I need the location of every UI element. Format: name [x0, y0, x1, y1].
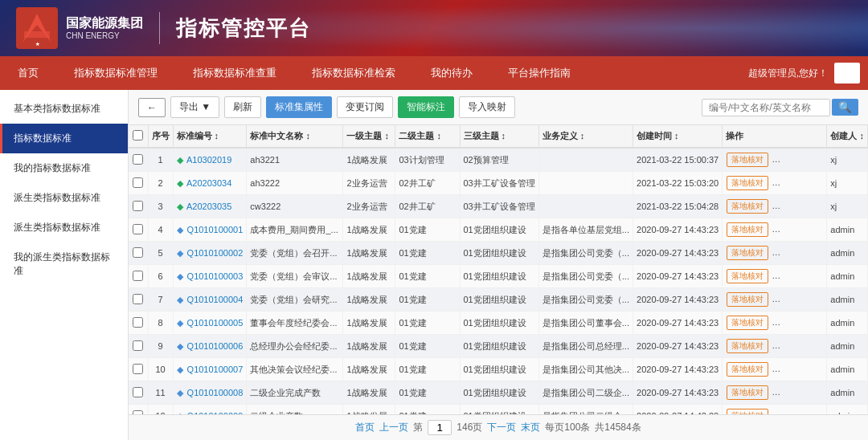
row-checkbox[interactable] — [133, 317, 143, 328]
select-all-checkbox[interactable] — [133, 130, 143, 141]
row-checkbox[interactable] — [133, 177, 143, 188]
op-evaluate[interactable]: 落地评估 — [772, 292, 814, 307]
th-time[interactable]: 创建时间 ↕ — [633, 125, 723, 148]
op-locate[interactable]: 落地核对 — [727, 176, 768, 190]
nav-search[interactable]: 指标数据标准检索 — [294, 56, 413, 90]
row-code-link[interactable]: Q1010100004 — [187, 295, 244, 304]
th-name[interactable]: 标准中文名称 ↕ — [247, 125, 343, 148]
op-locate[interactable]: 落地核对 — [727, 339, 768, 353]
nav-standard-mgmt[interactable]: 指标数据标准管理 — [56, 56, 175, 90]
nav-search-input[interactable] — [834, 63, 860, 84]
row-code-link[interactable]: Q1010100001 — [187, 225, 244, 234]
row-code-link[interactable]: Q1010100007 — [187, 365, 244, 374]
page-first[interactable]: 首页 — [355, 421, 375, 434]
back-button[interactable]: ← — [138, 98, 166, 117]
op-recommend[interactable]: 映射推荐 — [818, 385, 826, 400]
row-time: 2020-09-27 14:43:23 — [633, 381, 723, 405]
row-checkbox[interactable] — [133, 364, 143, 374]
smart-tag-button[interactable]: 智能标注 — [398, 96, 454, 118]
op-evaluate[interactable]: 落地评估 — [772, 176, 814, 190]
op-locate[interactable]: 落地核对 — [727, 409, 768, 414]
row-code-link[interactable]: A20203035 — [186, 202, 231, 211]
op-evaluate[interactable]: 落地评估 — [772, 362, 814, 377]
row-code-link[interactable]: Q1010100003 — [187, 271, 244, 281]
row-creator: admin — [827, 218, 868, 242]
row-checkbox[interactable] — [133, 271, 143, 281]
row-checkbox[interactable] — [133, 387, 143, 397]
row-code-link[interactable]: A10302019 — [186, 155, 231, 165]
nav-dedup[interactable]: 指标数据标准查重 — [175, 56, 294, 90]
op-evaluate[interactable]: 落地评估 — [772, 153, 814, 167]
op-recommend[interactable]: 映射推荐 — [818, 409, 826, 414]
page-next[interactable]: 下一页 — [487, 421, 516, 434]
page-input[interactable] — [428, 420, 452, 435]
row-code-link[interactable]: Q1010100006 — [187, 341, 244, 351]
row-name: 董事会年度经纪委会... — [247, 312, 343, 335]
row-code-link[interactable]: Q1010100002 — [187, 248, 244, 258]
op-evaluate[interactable]: 落地评估 — [772, 246, 814, 260]
table-row: 12 ◆ Q1010100009 二级企业产数 1战略发展 01党建 01党团组… — [129, 405, 868, 415]
sidebar-item-basic[interactable]: 基本类指标数据标准 — [0, 94, 128, 124]
th-def[interactable]: 业务定义 ↕ — [538, 125, 633, 148]
op-locate[interactable]: 落地核对 — [727, 316, 768, 330]
op-locate[interactable]: 落地核对 — [727, 385, 768, 400]
th-creator[interactable]: 创建人 ↕ — [827, 125, 868, 148]
op-locate[interactable]: 落地核对 — [727, 269, 768, 283]
standard-attr-button[interactable]: 标准集属性 — [266, 96, 332, 118]
row-checkbox[interactable] — [133, 247, 143, 258]
nav-todo[interactable]: 我的待办 — [413, 56, 490, 90]
sidebar-item-derived[interactable]: 派生类指标数据标准 — [0, 183, 128, 213]
th-l1[interactable]: 一级主题 ↕ — [343, 125, 395, 148]
sidebar-item-my-derived[interactable]: 我的派生类指标数据标准 — [0, 242, 128, 286]
op-locate[interactable]: 落地核对 — [727, 292, 768, 307]
export-button[interactable]: 导出 ▼ — [170, 96, 219, 118]
refresh-button[interactable]: 刷新 — [224, 96, 261, 118]
op-locate[interactable]: 落地核对 — [727, 153, 768, 167]
toolbar-search-input[interactable] — [702, 99, 830, 116]
op-recommend[interactable]: 映射推荐 — [818, 246, 826, 260]
op-locate[interactable]: 落地核对 — [727, 246, 768, 260]
op-locate[interactable]: 落地核对 — [727, 199, 768, 214]
change-order-button[interactable]: 变更订阅 — [337, 96, 393, 118]
page-total: 146页 — [457, 421, 482, 434]
op-evaluate[interactable]: 落地评估 — [772, 222, 814, 237]
page-last[interactable]: 末页 — [521, 421, 540, 434]
sidebar-item-standard[interactable]: 指标数据标准 — [0, 124, 128, 153]
op-recommend[interactable]: 映射推荐 — [818, 339, 826, 353]
row-checkbox[interactable] — [133, 340, 143, 351]
th-code[interactable]: 标准编号 ↕ — [173, 125, 247, 148]
row-checkbox[interactable] — [133, 224, 143, 234]
toolbar-search-button[interactable]: 🔍 — [832, 99, 858, 116]
op-recommend[interactable]: 映射推荐 — [818, 269, 826, 283]
import-map-button[interactable]: 导入映射 — [459, 96, 515, 118]
op-recommend[interactable]: 映射推荐 — [818, 222, 826, 237]
sidebar-item-my-standard[interactable]: 我的指标数据标准 — [0, 153, 128, 183]
op-locate[interactable]: 落地核对 — [727, 362, 768, 377]
op-recommend[interactable]: 映射推荐 — [818, 176, 826, 190]
op-recommend[interactable]: 映射推荐 — [818, 292, 826, 307]
sidebar-item-derived2[interactable]: 派生类指标数据标准 — [0, 213, 128, 242]
row-code-link[interactable]: Q1010100008 — [187, 388, 244, 397]
op-recommend[interactable]: 映射推荐 — [818, 153, 826, 167]
op-evaluate[interactable]: 落地评估 — [772, 385, 814, 400]
op-evaluate[interactable]: 落地评估 — [772, 316, 814, 330]
nav-guide[interactable]: 平台操作指南 — [490, 56, 588, 90]
th-l3[interactable]: 三级主题 ↕ — [460, 125, 538, 148]
row-l1: 1战略发展 — [343, 148, 395, 172]
nav-home[interactable]: 首页 — [0, 56, 56, 90]
op-recommend[interactable]: 映射推荐 — [818, 362, 826, 377]
op-recommend[interactable]: 映射推荐 — [818, 316, 826, 330]
row-code-link[interactable]: A20203034 — [186, 178, 231, 188]
op-evaluate[interactable]: 落地评估 — [772, 199, 814, 214]
th-l2[interactable]: 二级主题 ↕ — [395, 125, 460, 148]
op-recommend[interactable]: 映射推荐 — [818, 199, 826, 214]
op-evaluate[interactable]: 落地评估 — [772, 269, 814, 283]
row-checkbox[interactable] — [133, 201, 143, 211]
page-prev[interactable]: 上一页 — [379, 421, 408, 434]
row-checkbox[interactable] — [133, 154, 143, 165]
row-code-link[interactable]: Q1010100005 — [187, 318, 244, 328]
op-evaluate[interactable]: 落地评估 — [772, 339, 814, 353]
op-locate[interactable]: 落地核对 — [727, 222, 768, 237]
row-checkbox[interactable] — [133, 294, 143, 304]
op-evaluate[interactable]: 落地评估 — [772, 409, 814, 414]
